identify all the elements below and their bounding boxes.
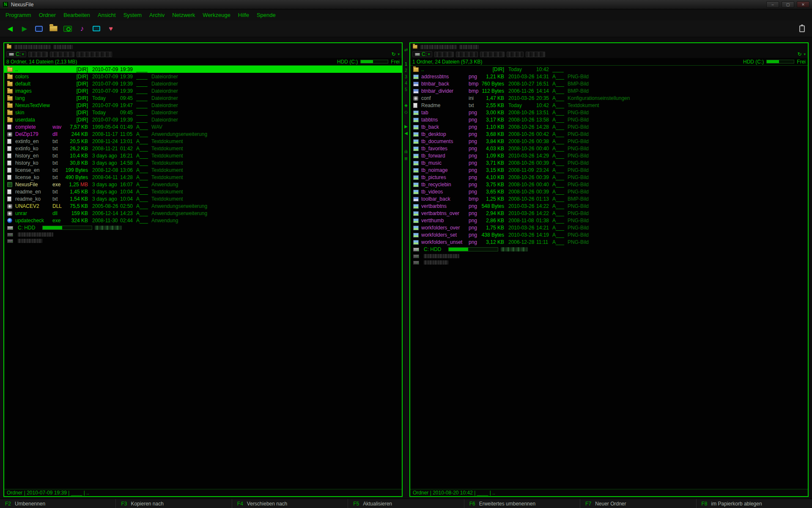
equalizer-icon[interactable]: ılı bbox=[404, 149, 408, 155]
move-to-left-icon[interactable]: ◀ bbox=[404, 130, 408, 137]
file-row[interactable]: tabbtnspng3,17 KB2008-10-2613:58A___PNG-… bbox=[410, 116, 808, 123]
file-row[interactable]: default[DIR]2010-07-0919:39____Dateiordn… bbox=[4, 80, 402, 87]
fnkey-f5[interactable]: F5Aktualisieren bbox=[348, 499, 464, 508]
folder-tab-redacted[interactable] bbox=[434, 52, 454, 57]
folders-button[interactable] bbox=[47, 23, 59, 34]
file-row[interactable]: tb_noimagepng3,15 KB2008-11-0923:24A___P… bbox=[410, 166, 808, 174]
drive-row-c[interactable]: C: HDD bbox=[410, 246, 808, 253]
file-row[interactable]: NexusTextView[DIR]2010-07-0919:47____Dat… bbox=[4, 102, 402, 109]
fnkey-f7[interactable]: F7Neuer Ordner bbox=[580, 499, 696, 508]
menu-spende[interactable]: Spende bbox=[253, 11, 280, 19]
file-row[interactable]: completewav7,57 KB1999-05-0401:49A___WAV bbox=[4, 123, 402, 130]
path-history-button[interactable]: ▾ bbox=[398, 52, 400, 56]
file-row[interactable]: tb_favoritespng4,03 KB2008-10-2600:40A__… bbox=[410, 145, 808, 152]
back-button[interactable]: ◀ bbox=[4, 23, 16, 34]
folder-tab-redacted[interactable] bbox=[526, 52, 545, 57]
file-row[interactable]: unrardll159 KB2006-12-1414:23A___Anwendu… bbox=[4, 210, 402, 217]
file-row[interactable]: extinfo_kotxt26,2 KB2008-11-2101:42A___T… bbox=[4, 145, 402, 152]
file-row[interactable]: tabpng3,00 KB2008-10-2613:51A___PNG-Bild bbox=[410, 109, 808, 116]
music-button[interactable]: ♪ bbox=[76, 23, 88, 34]
swap-panes-icon[interactable]: ⇄ bbox=[404, 47, 408, 53]
folder-tab-redacted[interactable] bbox=[50, 52, 74, 57]
pane-marker-icon[interactable]: ◇ bbox=[404, 109, 408, 116]
file-row[interactable]: tb_videospng3,65 KB2008-10-2600:39A___PN… bbox=[410, 188, 808, 195]
file-row[interactable]: vertbarbtnspng548 Bytes2010-03-2614:22A_… bbox=[410, 202, 808, 210]
menu-hilfe[interactable]: Hilfe bbox=[234, 11, 253, 19]
path-history-button[interactable]: ▾ bbox=[804, 52, 806, 56]
pane-tab-5[interactable]: 5 bbox=[405, 86, 407, 93]
active-pane-marker-icon[interactable]: ◈ bbox=[404, 102, 408, 109]
file-row[interactable]: btnbar_backbmp760 Bytes2008-10-2716:51A_… bbox=[410, 80, 808, 87]
file-row[interactable]: tb_musicpng3,71 KB2008-10-2600:39A___PNG… bbox=[410, 159, 808, 166]
file-row[interactable]: workfolders_overpng1,75 KB2010-03-2614:2… bbox=[410, 224, 808, 231]
file-row[interactable]: Readmetxt2,55 KBToday10:42A___Textdokume… bbox=[410, 102, 808, 109]
pane-tab-3[interactable]: 3 bbox=[405, 74, 407, 80]
menu-system[interactable]: System bbox=[120, 11, 145, 19]
fnkey-f4[interactable]: F4Verschieben nach bbox=[232, 499, 348, 508]
file-row[interactable]: DelZip179dll244 KB2008-11-1711:05A___Anw… bbox=[4, 130, 402, 138]
close-button[interactable]: ✕ bbox=[797, 1, 809, 8]
file-row[interactable]: skin[DIR]Today09:45____Dateiordner bbox=[4, 109, 402, 116]
file-row[interactable]: readme_kotxt1,54 KB3 days ago10:04A___Te… bbox=[4, 195, 402, 202]
move-to-right-icon[interactable]: ▶ bbox=[404, 123, 408, 130]
file-row[interactable]: ..[DIR]2010-07-0919:39____ bbox=[4, 66, 402, 73]
folder-tab-redacted[interactable] bbox=[507, 52, 524, 57]
refresh-button[interactable]: ↻ bbox=[391, 51, 395, 57]
folder-tab-redacted[interactable] bbox=[28, 52, 48, 57]
file-row[interactable]: addressbtnspng1,21 KB2010-03-2614:31A___… bbox=[410, 73, 808, 80]
file-row[interactable]: history_kotxt30,8 KB3 days ago14:58A___T… bbox=[4, 159, 402, 166]
file-row[interactable]: userdata[DIR]2010-07-0919:39____Dateiord… bbox=[4, 116, 402, 123]
file-row[interactable]: confini1,47 KB2010-03-2620:35A___Konfigu… bbox=[410, 94, 808, 102]
drive-row-redacted[interactable] bbox=[4, 237, 402, 244]
viewer-button[interactable] bbox=[33, 23, 45, 34]
file-row[interactable]: colors[DIR]2010-07-0919:39____Dateiordne… bbox=[4, 73, 402, 80]
fnkey-f3[interactable]: F3Kopieren nach bbox=[115, 499, 231, 508]
pane-tab-2[interactable]: 2 bbox=[405, 67, 407, 74]
file-row[interactable]: history_entxt10,4 KB3 days ago16:21A___T… bbox=[4, 152, 402, 159]
refresh-button[interactable]: ↻ bbox=[797, 51, 801, 57]
file-row[interactable]: tb_forwardpng1,09 KB2010-03-2614:29A___P… bbox=[410, 152, 808, 159]
file-row[interactable]: images[DIR]2010-07-0919:39____Dateiordne… bbox=[4, 87, 402, 94]
menu-programm[interactable]: Programm bbox=[2, 11, 35, 19]
pane-tab-1[interactable]: 1 bbox=[405, 61, 407, 67]
fnkey-f6[interactable]: F6Erweitertes umbenennen bbox=[464, 499, 580, 508]
list-view-icon[interactable]: ≣ bbox=[404, 155, 408, 162]
left-path-bar[interactable] bbox=[4, 43, 402, 50]
folder-tab-redacted[interactable] bbox=[77, 52, 112, 57]
file-row[interactable]: license_entxt199 Bytes2008-12-0813:06A__… bbox=[4, 166, 402, 174]
file-row[interactable]: NexusFileexe1,25 MB3 days ago16:07A___An… bbox=[4, 181, 402, 188]
file-row[interactable]: lang[DIR]Today09:45____Dateiordner bbox=[4, 94, 402, 102]
menu-ordner[interactable]: Ordner bbox=[35, 11, 60, 19]
file-row[interactable]: tb_documentspng3,84 KB2008-10-2600:38A__… bbox=[410, 138, 808, 145]
favorites-button[interactable]: ♥ bbox=[105, 23, 117, 34]
file-row[interactable]: tb_recyclebinpng3,75 KB2008-10-2600:40A_… bbox=[410, 181, 808, 188]
file-row[interactable]: vertthumbpng2,86 KB2008-11-0801:38A___PN… bbox=[410, 217, 808, 224]
menu-ansicht[interactable]: Ansicht bbox=[94, 11, 120, 19]
clipboard-button[interactable] bbox=[796, 23, 808, 34]
menu-werkzeuge[interactable]: Werkzeuge bbox=[199, 11, 234, 19]
right-path-bar[interactable] bbox=[410, 43, 808, 50]
drive-row-c[interactable]: C: HDD bbox=[4, 224, 402, 231]
file-row[interactable]: workfolders_setpng438 Bytes2010-03-2614:… bbox=[410, 231, 808, 238]
menu-bearbeiten[interactable]: Bearbeiten bbox=[60, 11, 94, 19]
title-bar[interactable]: N NexusFile – ▢ ✕ bbox=[0, 0, 812, 9]
file-row[interactable]: updatecheckexe324 KB2008-11-3002:44A___A… bbox=[4, 217, 402, 224]
file-row[interactable]: license_kotxt490 Bytes2008-04-1114:28A__… bbox=[4, 174, 402, 181]
file-row[interactable]: tb_backpng1,10 KB2008-10-2614:28A___PNG-… bbox=[410, 123, 808, 130]
file-row[interactable]: ..[DIR]Today10:42____ bbox=[410, 66, 808, 73]
file-row[interactable]: workfolders_unsetpng3,12 KB2006-12-2811:… bbox=[410, 238, 808, 246]
fnkey-f8[interactable]: F8im Papierkorb ablegen bbox=[696, 499, 812, 508]
maximize-button[interactable]: ▢ bbox=[782, 1, 794, 8]
file-row[interactable]: UNACEV2DLL75,5 KB2005-08-2602:50A___Anwe… bbox=[4, 202, 402, 210]
minimize-button[interactable]: – bbox=[766, 1, 779, 8]
pane-tab-4[interactable]: 4 bbox=[405, 80, 407, 86]
file-row[interactable]: tb_picturespng4,10 KB2008-10-2600:39A___… bbox=[410, 174, 808, 181]
file-row[interactable]: btnbar_dividerbmp112 Bytes2006-11-2614:1… bbox=[410, 87, 808, 94]
fnkey-f2[interactable]: F2Umbenennen bbox=[0, 499, 115, 508]
menu-archiv[interactable]: Archiv bbox=[145, 11, 168, 19]
drive-row-redacted[interactable] bbox=[4, 231, 402, 237]
folder-tab-redacted[interactable] bbox=[480, 52, 505, 57]
drive-selector[interactable]: C: ▾ bbox=[412, 51, 432, 57]
forward-button[interactable]: ▶ bbox=[19, 23, 30, 34]
menu-netzwerk[interactable]: Netzwerk bbox=[168, 11, 199, 19]
